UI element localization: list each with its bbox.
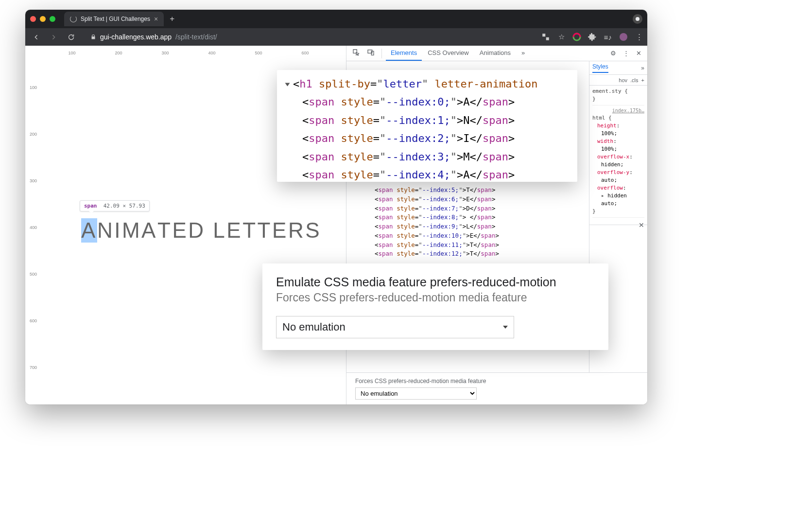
headline-letter: T [157, 218, 172, 243]
window-controls [30, 16, 55, 22]
lock-icon [90, 34, 96, 40]
inspect-dimensions: 42.09 × 57.93 [104, 203, 145, 209]
headline-letter: D [188, 218, 205, 243]
browser-toolbar: gui-challenges.web.app/split-text/dist/ … [25, 28, 647, 46]
headline-letter: T [242, 218, 257, 243]
headline-letter: I [114, 218, 122, 243]
maximize-window-button[interactable] [50, 16, 55, 22]
headline-letter: R [288, 218, 305, 243]
rendering-title: Emulate CSS media feature prefers-reduce… [276, 275, 595, 289]
cls-toggle[interactable]: .cls [630, 77, 639, 83]
zoomed-rendering-overlay: Emulate CSS media feature prefers-reduce… [262, 263, 608, 350]
address-bar[interactable]: gui-challenges.web.app/split-text/dist/ [100, 33, 537, 41]
headline-letter: A [81, 218, 97, 243]
rendering-drawer: Forces CSS prefers-reduced-motion media … [346, 372, 647, 404]
rendering-desc: Forces CSS prefers-reduced-motion media … [276, 291, 595, 304]
emulation-select[interactable]: No emulation [355, 387, 477, 400]
reload-button[interactable] [64, 30, 78, 44]
translate-icon[interactable] [541, 33, 550, 41]
styles-more[interactable]: » [641, 65, 644, 71]
zoomed-elements-overlay: <h1 split-by="letter" letter-animation<s… [277, 70, 577, 182]
tab-css-overview[interactable]: CSS Overview [423, 46, 474, 61]
devtools-tabbar: Elements CSS Overview Animations » ⚙ ⋮ ✕ [346, 46, 647, 61]
inspect-tooltip: span 42.09 × 57.93 [80, 200, 150, 211]
add-rule-button[interactable]: + [641, 77, 644, 83]
device-toolbar-icon[interactable] [364, 49, 378, 58]
profile-avatar-icon[interactable] [619, 33, 628, 41]
settings-icon[interactable]: ⚙ [607, 50, 619, 57]
inspect-tag: span [84, 203, 97, 209]
minimize-window-button[interactable] [40, 16, 46, 22]
headline-letter: M [122, 218, 141, 243]
tab-animations[interactable]: Animations [475, 46, 516, 61]
close-devtools-button[interactable]: ✕ [633, 50, 644, 57]
url-domain: gui-challenges.web.app [100, 33, 172, 41]
headline-letter: A [141, 218, 157, 243]
headline-letter: L [213, 218, 226, 243]
styles-rules[interactable]: ement.sty { } index.175b… html { height:… [589, 86, 647, 222]
tab-more[interactable]: » [517, 46, 530, 61]
back-button[interactable] [29, 30, 43, 44]
favicon-icon [70, 16, 77, 22]
star-icon[interactable]: ☆ [557, 33, 566, 41]
headline-letter: E [172, 218, 188, 243]
headline-letter: E [226, 218, 242, 243]
devtools-kebab-icon[interactable]: ⋮ [620, 50, 632, 57]
headline-letter [206, 218, 213, 243]
forward-button[interactable] [47, 30, 60, 44]
account-icon[interactable] [633, 14, 642, 24]
headline-letter: N [97, 218, 114, 243]
tab-title: Split Text | GUI Challenges [81, 16, 150, 22]
vertical-ruler: 100200300400500600700800 [25, 55, 39, 404]
titlebar: Split Text | GUI Challenges × + [25, 10, 647, 28]
hov-toggle[interactable]: hov [619, 77, 627, 83]
close-tab-button[interactable]: × [154, 15, 158, 23]
url-path: /split-text/dist/ [175, 33, 217, 41]
extensions-icon[interactable] [588, 33, 597, 41]
source-file-link[interactable]: index.175b… [592, 107, 644, 115]
headline-letter: S [305, 218, 321, 243]
color-picker-extension-icon[interactable] [572, 33, 581, 41]
kebab-menu-icon[interactable]: ⋮ [635, 33, 643, 41]
new-tab-button[interactable]: + [170, 14, 174, 24]
headline-letter: T [258, 218, 272, 243]
browser-tab[interactable]: Split Text | GUI Challenges × [64, 12, 164, 26]
horizontal-ruler: 100200300400500600 [25, 46, 363, 55]
page-headline: ANIMATED LETTERS [81, 218, 321, 243]
close-window-button[interactable] [30, 16, 36, 22]
playlist-extension-icon[interactable]: ≡♪ [604, 33, 612, 41]
drawer-desc: Forces CSS prefers-reduced-motion media … [355, 378, 639, 385]
headline-letter: E [272, 218, 288, 243]
rendering-select[interactable]: No emulation [276, 316, 514, 338]
svg-point-1 [620, 33, 627, 41]
inspect-element-icon[interactable] [349, 49, 363, 58]
close-computed-button[interactable]: ✕ [639, 221, 644, 229]
tab-styles[interactable]: Styles [592, 63, 608, 73]
tab-elements[interactable]: Elements [386, 46, 422, 61]
